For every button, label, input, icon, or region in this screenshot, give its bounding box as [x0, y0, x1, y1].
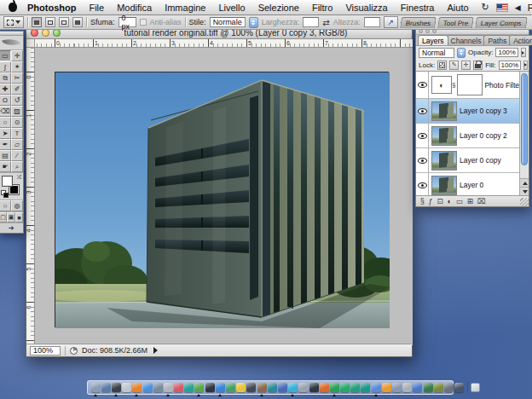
visibility-cell[interactable] — [416, 99, 429, 123]
hand-tool[interactable]: ☛ — [0, 161, 11, 172]
eye-icon[interactable] — [418, 182, 427, 188]
dock-app-icon[interactable] — [454, 383, 464, 392]
layer-list-scrollbar[interactable] — [519, 72, 529, 195]
clone-stamp-tool[interactable]: Ω — [0, 95, 11, 106]
delete-layer-icon[interactable]: ⌧ — [477, 196, 486, 206]
type-tool[interactable]: T — [11, 128, 23, 139]
brush-tool[interactable]: ✐ — [11, 84, 23, 95]
width-input[interactable] — [303, 17, 319, 27]
dock-app-icon[interactable] — [132, 383, 142, 392]
scroll-down-arrow[interactable] — [520, 187, 529, 195]
shape-tool[interactable]: ▱ — [11, 139, 23, 150]
dock-app-icon[interactable] — [246, 383, 256, 392]
layer-row-layer0[interactable]: Layer 0 — [416, 173, 519, 195]
menu-file[interactable]: File — [89, 3, 104, 13]
scrollbar-thumb[interactable] — [521, 73, 528, 165]
dock-app-icon[interactable] — [122, 383, 131, 392]
tab-paths[interactable]: Paths — [483, 35, 511, 45]
menu-filtro[interactable]: Filtro — [312, 3, 332, 13]
sync-icon[interactable]: ↻ — [482, 2, 489, 13]
edit-in-imageready-button[interactable]: ➔ — [0, 223, 23, 233]
lock-position-button[interactable]: ✛ — [461, 61, 471, 70]
zoom-tool[interactable]: ⌕ — [11, 161, 23, 172]
tab-layer-comps[interactable]: Layer Comps — [476, 17, 528, 28]
dock-app-icon[interactable] — [413, 383, 422, 392]
dock-app-icon[interactable] — [372, 383, 381, 392]
dock-app-icon[interactable] — [216, 383, 225, 392]
layer-name[interactable]: Photo Filte... — [484, 81, 519, 90]
dock-app-icon[interactable] — [392, 383, 402, 392]
standard-screen-button[interactable]: ▢ — [0, 212, 7, 223]
dock-app-icon[interactable] — [194, 383, 204, 392]
fullscreen-button[interactable]: ■ — [15, 212, 23, 223]
layer-row-photo-filter[interactable]: ◐ § Photo Filte... — [416, 72, 519, 99]
dock-app-icon[interactable] — [340, 383, 350, 392]
dock-app-icon[interactable] — [298, 383, 308, 392]
add-mask-icon[interactable]: ⊡ — [437, 196, 442, 206]
pen-tool[interactable]: ✒ — [0, 139, 11, 150]
dock-app-icon[interactable] — [382, 383, 391, 392]
tool-preset-picker[interactable] — [3, 16, 24, 28]
blend-mode-stepper[interactable] — [457, 48, 466, 58]
lock-image-button[interactable]: ✎ — [449, 61, 459, 70]
volume-icon[interactable]: ◀ — [515, 3, 521, 12]
dock-app-icon[interactable] — [434, 383, 443, 392]
tab-channels[interactable]: Channels — [447, 35, 486, 45]
dock-app-icon[interactable] — [143, 383, 153, 392]
lock-transparency-button[interactable] — [437, 61, 447, 70]
foreground-color-swatch[interactable] — [2, 176, 13, 187]
dock-app-icon[interactable] — [330, 383, 339, 392]
layer-name[interactable]: Layer 0 — [460, 181, 483, 189]
eraser-tool[interactable]: ⌫ — [0, 106, 11, 117]
canvas-area[interactable] — [35, 48, 413, 345]
dock-app-icon[interactable] — [164, 383, 173, 392]
dock-app-icon[interactable] — [226, 383, 235, 392]
eye-icon[interactable] — [418, 82, 427, 88]
layer-name[interactable]: Layer 0 copy — [460, 156, 501, 165]
visibility-cell[interactable] — [416, 124, 429, 147]
dock-app-icon[interactable] — [424, 383, 433, 392]
menu-immagine[interactable]: Immagine — [165, 3, 205, 13]
dock-app-icon[interactable] — [257, 383, 267, 392]
opacity-input[interactable]: 100% — [495, 48, 518, 57]
magic-wand-tool[interactable]: ✶ — [11, 61, 23, 72]
menu-finestra[interactable]: Finestra — [401, 3, 435, 13]
scroll-up-arrow[interactable] — [520, 178, 529, 187]
dock-app-icon[interactable] — [184, 383, 194, 392]
menu-selezione[interactable]: Selezione — [258, 3, 299, 13]
swap-colors-icon[interactable]: ⤨ — [16, 174, 21, 181]
status-menu-arrow-icon[interactable] — [153, 347, 158, 354]
blur-tool[interactable]: ○ — [0, 117, 11, 128]
new-group-icon[interactable]: ▭ — [456, 196, 463, 206]
dock-app-icon[interactable] — [112, 383, 121, 392]
layer-name[interactable]: Layer 0 copy 3 — [460, 107, 507, 115]
visibility-cell[interactable] — [416, 72, 429, 98]
gradient-tool[interactable]: ▨ — [11, 106, 23, 117]
menu-aiuto[interactable]: Aiuto — [447, 3, 468, 13]
quick-mask-mode-button[interactable]: ◍ — [11, 200, 23, 211]
layer-thumbnail[interactable] — [431, 176, 457, 195]
dock-app-icon[interactable] — [350, 383, 360, 392]
dock-app-icon[interactable] — [309, 383, 319, 392]
layer-mask-thumbnail[interactable] — [457, 74, 483, 95]
dock-app-icon[interactable] — [91, 383, 101, 392]
opacity-slider-arrow[interactable] — [521, 48, 526, 57]
go-to-bridge-button[interactable]: ↗ — [384, 16, 398, 28]
adjustment-layer-thumbnail[interactable]: ◐ — [431, 76, 452, 94]
selection-mode-add-button[interactable] — [45, 17, 55, 27]
fill-input[interactable]: 100% — [499, 61, 521, 70]
notes-tool[interactable]: ▤ — [0, 150, 11, 161]
zoom-level-input[interactable]: 100% — [30, 346, 61, 356]
layer-thumbnail[interactable] — [431, 126, 457, 146]
rendered-building-image[interactable] — [55, 72, 389, 327]
rectangular-marquee-tool[interactable]: ▭ — [0, 50, 11, 61]
selection-mode-intersect-button[interactable] — [72, 17, 83, 27]
antialias-checkbox[interactable] — [140, 19, 147, 26]
apple-menu-icon[interactable] — [9, 3, 17, 12]
style-select[interactable]: Normale — [210, 17, 246, 27]
visibility-cell[interactable] — [416, 148, 429, 172]
layer-thumbnail[interactable] — [431, 151, 457, 171]
slice-tool[interactable]: ✂ — [11, 72, 23, 84]
dock-app-icon[interactable] — [101, 383, 111, 392]
crop-tool[interactable]: ⧉ — [0, 72, 11, 84]
